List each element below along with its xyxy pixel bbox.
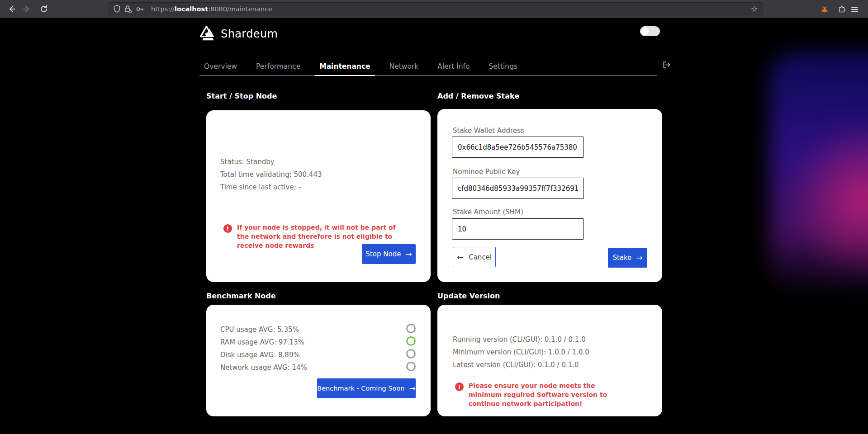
node-status-line: Status: Standby	[220, 156, 322, 168]
url-scheme: https://	[151, 5, 175, 13]
disk-usage-ring	[406, 349, 416, 359]
menu-hamburger-icon[interactable]	[851, 4, 861, 14]
stake-amount-input[interactable]	[452, 218, 584, 240]
node-status-block: Status: Standby Total time validating: 5…	[220, 156, 322, 193]
toggle-knob[interactable]	[640, 27, 650, 36]
tab-overview[interactable]: Overview	[199, 58, 242, 76]
extensions-puzzle-icon[interactable]	[837, 4, 847, 14]
nominee-public-key-label: Nominee Public Key	[453, 168, 520, 176]
url-text[interactable]: https://localhost:8080/maintenance	[151, 5, 272, 13]
version-block: Running version (CLI/GUI): 0.1.0 / 0.1.0…	[453, 333, 589, 371]
minimum-version-line: Minimum version (CLI/GUI): 1.0.0 / 1.0.0	[453, 346, 589, 359]
arrow-right-icon: →	[636, 253, 642, 262]
stake-amount-label: Stake Amount (SHM)	[453, 208, 523, 216]
shardeum-logo-icon	[199, 25, 216, 42]
benchmark-card	[206, 305, 431, 416]
stake-button[interactable]: Stake →	[608, 248, 647, 268]
arrow-right-icon: →	[409, 384, 416, 393]
ram-usage-label: RAM usage AVG: 97.13%	[220, 338, 304, 346]
bookmark-star-icon[interactable]: ☆	[751, 5, 758, 13]
network-usage-ring	[406, 362, 416, 371]
screen: https://localhost:8080/maintenance ☆	[0, 0, 868, 434]
brand-header: Shardeum	[199, 25, 278, 42]
running-version-line: Running version (CLI/GUI): 0.1.0 / 0.1.0	[453, 333, 589, 346]
key-icon[interactable]	[136, 6, 144, 12]
stake-wallet-address-label: Stake Wallet Address	[453, 127, 524, 135]
reload-icon[interactable]	[38, 4, 49, 14]
cancel-button-label: Cancel	[469, 253, 492, 261]
update-warning: ! Please ensure your node meets the mini…	[455, 381, 636, 408]
forward-icon[interactable]	[21, 4, 32, 14]
tab-bar: Overview Performance Maintenance Network…	[199, 58, 657, 76]
tab-performance[interactable]: Performance	[251, 58, 305, 76]
shield-icon[interactable]	[114, 5, 120, 13]
latest-version-line: Latest version (CLI/GUI): 0.1.0 / 0.1.0	[453, 359, 589, 371]
logout-icon[interactable]	[661, 60, 671, 70]
theme-toggle[interactable]	[640, 26, 660, 36]
network-usage-label: Network usage AVG: 14%	[220, 363, 307, 372]
cancel-button[interactable]: ← Cancel	[453, 247, 496, 267]
cpu-usage-ring	[406, 324, 416, 333]
back-icon[interactable]	[6, 4, 17, 14]
disk-usage-label: Disk usage AVG: 8.89%	[220, 351, 300, 359]
node-validating-line: Total time validating: 500.443	[220, 168, 322, 181]
brand-name: Shardeum	[221, 28, 278, 40]
arrow-right-icon: →	[405, 250, 412, 259]
stake-button-label: Stake	[612, 254, 631, 262]
warning-exclamation-icon: !	[223, 224, 232, 233]
tab-maintenance[interactable]: Maintenance	[315, 58, 375, 76]
arrow-left-icon: ←	[457, 253, 463, 262]
url-host: localhost	[175, 5, 208, 13]
lock-warning-icon[interactable]	[124, 5, 132, 13]
tab-network[interactable]: Network	[385, 58, 423, 76]
tab-settings[interactable]: Settings	[484, 58, 522, 76]
dashboard-page: Shardeum Overview Performance Maintenanc…	[0, 18, 868, 434]
stop-node-button[interactable]: Stop Node →	[362, 244, 416, 264]
metamask-icon[interactable]	[820, 4, 830, 14]
benchmark-title: Benchmark Node	[206, 292, 276, 300]
update-warning-text: Please ensure your node meets the minimu…	[469, 381, 622, 408]
stake-title: Add / Remove Stake	[437, 92, 519, 100]
stake-wallet-address-input[interactable]	[452, 137, 584, 158]
warning-exclamation-icon: !	[455, 382, 464, 391]
benchmark-button-label: Benchmark - Coming Soon	[317, 385, 404, 392]
background-glow	[770, 52, 868, 289]
nominee-public-key-input[interactable]	[452, 178, 584, 199]
update-title: Update Version	[437, 292, 500, 300]
url-path: :8080/maintenance	[208, 5, 272, 13]
tab-alert-info[interactable]: Alert Info	[433, 58, 474, 76]
stop-node-button-label: Stop Node	[365, 250, 401, 258]
start-stop-title: Start / Stop Node	[206, 92, 277, 100]
url-bar[interactable]: https://localhost:8080/maintenance ☆	[109, 2, 763, 15]
ram-usage-ring	[406, 336, 416, 346]
cpu-usage-label: CPU usage AVG: 5.35%	[220, 326, 299, 334]
browser-toolbar: https://localhost:8080/maintenance ☆	[0, 0, 868, 18]
benchmark-button[interactable]: Benchmark - Coming Soon →	[317, 378, 416, 398]
node-last-active-line: Time since last active: -	[220, 181, 322, 193]
